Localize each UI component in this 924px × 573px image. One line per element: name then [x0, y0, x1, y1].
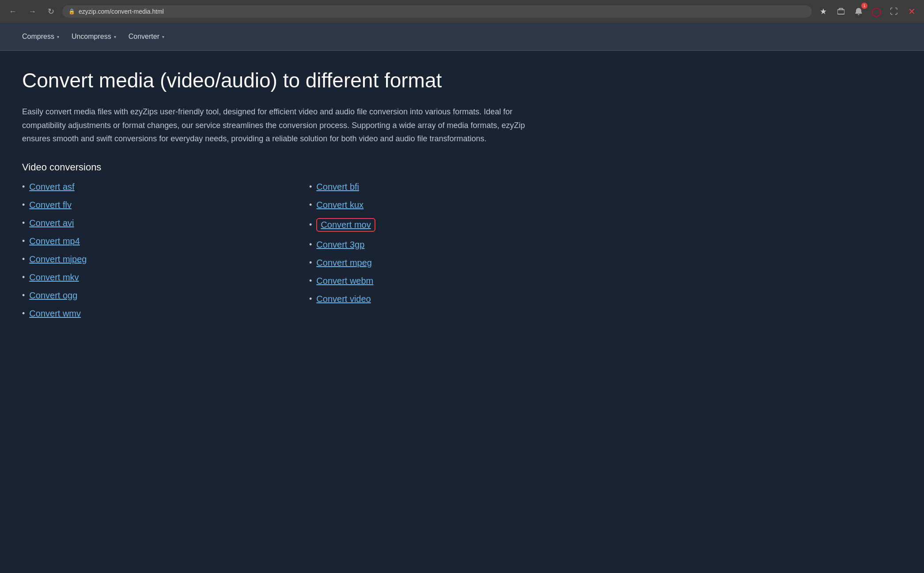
convert-link-convert-asf[interactable]: Convert asf — [29, 182, 74, 192]
page-title: Convert media (video/audio) to different… — [22, 68, 596, 93]
list-item: Convert webm — [309, 276, 596, 286]
list-item: Convert avi — [22, 218, 309, 228]
list-item: Convert mov — [309, 218, 596, 232]
pinterest-button[interactable]: ◯ — [869, 4, 883, 19]
page-description: Easily convert media files with ezyZips … — [22, 105, 552, 146]
security-icon: 🔒 — [68, 8, 75, 15]
browser-actions: ★ 1 ◯ ⛶ ✕ — [816, 4, 919, 19]
converter-dropdown-arrow: ▾ — [162, 34, 164, 39]
close-extension-button[interactable]: ✕ — [905, 4, 919, 19]
convert-link-convert-bfi[interactable]: Convert bfi — [316, 182, 359, 192]
reload-button[interactable]: ↻ — [44, 5, 58, 18]
list-item: Convert ogg — [22, 290, 309, 301]
address-bar[interactable]: 🔒 ezyzip.com/convert-media.html — [62, 5, 812, 18]
nav-converter[interactable]: Converter ▾ — [124, 30, 169, 43]
main-content: Convert media (video/audio) to different… — [0, 51, 618, 344]
extensions-button[interactable] — [834, 4, 848, 19]
list-item: Convert mpeg — [309, 258, 596, 268]
convert-link-convert-mkv[interactable]: Convert mkv — [29, 272, 79, 283]
notification-button-wrap: 1 — [852, 4, 866, 19]
convert-link-convert-mjpeg[interactable]: Convert mjpeg — [29, 254, 87, 264]
list-item: Convert video — [309, 294, 596, 304]
right-links-column: Convert bfiConvert kuxConvert movConvert… — [309, 182, 596, 327]
convert-link-convert-mp4[interactable]: Convert mp4 — [29, 236, 80, 246]
convert-link-convert-webm[interactable]: Convert webm — [316, 276, 373, 286]
list-item: Convert bfi — [309, 182, 596, 192]
fullscreen-button[interactable]: ⛶ — [887, 4, 901, 19]
list-item: Convert mkv — [22, 272, 309, 283]
list-item: Convert kux — [309, 200, 596, 210]
star-button[interactable]: ★ — [816, 4, 830, 19]
video-section-title: Video conversions — [22, 162, 596, 173]
compress-dropdown-arrow: ▾ — [57, 34, 59, 39]
left-links-column: Convert asfConvert flvConvert aviConvert… — [22, 182, 309, 327]
browser-chrome: ← → ↻ 🔒 ezyzip.com/convert-media.html ★ … — [0, 0, 924, 23]
convert-link-convert-avi[interactable]: Convert avi — [29, 218, 74, 228]
site-nav: Compress ▾ Uncompress ▾ Converter ▾ — [0, 23, 924, 51]
list-item: Convert 3gp — [309, 240, 596, 250]
list-item: Convert mp4 — [22, 236, 309, 246]
list-item: Convert wmv — [22, 309, 309, 319]
convert-link-convert-wmv[interactable]: Convert wmv — [29, 309, 81, 319]
links-grid: Convert asfConvert flvConvert aviConvert… — [22, 182, 596, 327]
url-text: ezyzip.com/convert-media.html — [79, 8, 164, 15]
convert-link-convert-ogg[interactable]: Convert ogg — [29, 290, 77, 301]
list-item: Convert mjpeg — [22, 254, 309, 264]
nav-compress[interactable]: Compress ▾ — [18, 30, 64, 43]
nav-uncompress[interactable]: Uncompress ▾ — [67, 30, 121, 43]
convert-link-convert-video[interactable]: Convert video — [316, 294, 371, 304]
convert-link-convert-kux[interactable]: Convert kux — [316, 200, 364, 210]
uncompress-dropdown-arrow: ▾ — [114, 34, 116, 39]
convert-link-convert-mov[interactable]: Convert mov — [316, 218, 375, 232]
back-button[interactable]: ← — [5, 5, 20, 18]
list-item: Convert asf — [22, 182, 309, 192]
notification-badge: 1 — [861, 3, 867, 9]
forward-button[interactable]: → — [25, 5, 40, 18]
list-item: Convert flv — [22, 200, 309, 210]
convert-link-convert-flv[interactable]: Convert flv — [29, 200, 72, 210]
convert-link-convert-mpeg[interactable]: Convert mpeg — [316, 258, 372, 268]
convert-link-convert-3gp[interactable]: Convert 3gp — [316, 240, 364, 250]
